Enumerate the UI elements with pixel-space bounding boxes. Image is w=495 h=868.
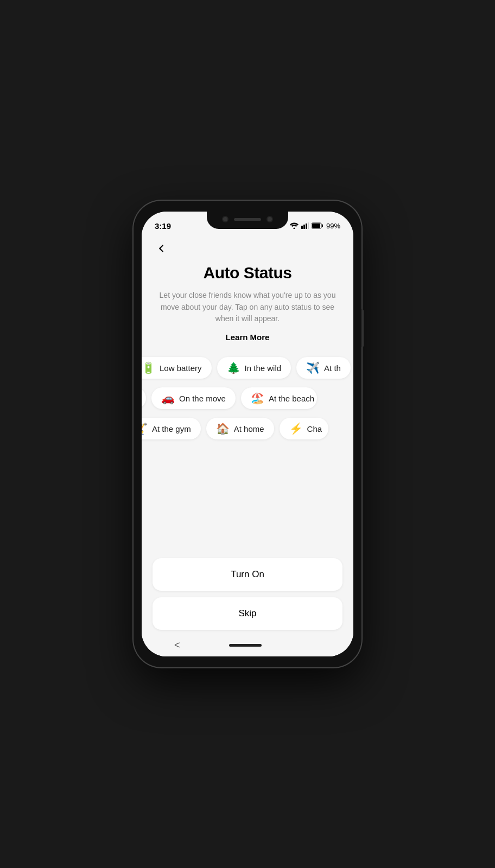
notch bbox=[207, 212, 288, 229]
in-the-wild-label: In the wild bbox=[245, 363, 282, 373]
battery-percentage: 99% bbox=[326, 222, 340, 230]
side-button bbox=[361, 309, 364, 347]
at-the-beach-label: At the beach bbox=[269, 394, 314, 403]
chip-charging[interactable]: ⚡ Cha bbox=[280, 418, 328, 439]
signal-icon bbox=[301, 222, 309, 229]
svg-rect-3 bbox=[306, 224, 307, 229]
at-the-beach-emoji: 🏖️ bbox=[251, 393, 264, 404]
home-pill[interactable] bbox=[229, 644, 262, 647]
in-the-wild-emoji: 🌲 bbox=[227, 362, 240, 373]
at-airport-label: At th bbox=[324, 363, 341, 373]
low-battery-label: Low battery bbox=[160, 363, 202, 373]
camera-right bbox=[266, 216, 273, 222]
page-subtitle: Let your close friends know what you're … bbox=[158, 290, 337, 325]
chip-at-the-airport[interactable]: ✈️ At th bbox=[296, 357, 351, 379]
back-button[interactable] bbox=[151, 239, 171, 258]
chips-row-2: 🟡 🚗 On the move 🏖️ At the beach bbox=[142, 383, 353, 413]
at-home-label: At home bbox=[234, 424, 264, 433]
chip-at-the-gym[interactable]: 🏋️ At the gym bbox=[142, 418, 201, 439]
battery-icon bbox=[312, 222, 323, 229]
chip-on-the-move[interactable]: 🚗 On the move bbox=[151, 387, 236, 409]
page-title: Auto Status bbox=[158, 264, 337, 282]
bottom-actions: Turn On Skip bbox=[142, 547, 353, 635]
chip-at-the-beach[interactable]: 🏖️ At the beach bbox=[241, 387, 317, 409]
learn-more-link[interactable]: Learn More bbox=[226, 333, 270, 342]
svg-point-0 bbox=[293, 228, 295, 229]
on-the-move-label: On the move bbox=[179, 394, 226, 403]
speaker bbox=[234, 218, 261, 221]
svg-rect-6 bbox=[312, 224, 320, 228]
title-section: Auto Status Let your close friends know … bbox=[142, 258, 353, 353]
content-area: Auto Status Let your close friends know … bbox=[142, 234, 353, 656]
on-the-move-emoji: 🚗 bbox=[161, 393, 175, 404]
phone-screen: 3:19 bbox=[142, 212, 353, 656]
chip-low-battery[interactable]: 🔋 Low battery bbox=[142, 357, 212, 379]
at-the-gym-label: At the gym bbox=[152, 424, 191, 433]
nav-back-button[interactable]: < bbox=[174, 640, 180, 651]
back-icon bbox=[155, 242, 167, 254]
phone-device: 3:19 bbox=[134, 201, 361, 667]
svg-rect-4 bbox=[308, 222, 309, 229]
svg-rect-2 bbox=[303, 225, 305, 229]
chips-row-3: 🏋️ At the gym 🏠 At home ⚡ Cha bbox=[142, 413, 353, 444]
chip-in-the-wild[interactable]: 🌲 In the wild bbox=[217, 357, 291, 379]
charging-emoji: ⚡ bbox=[289, 423, 303, 434]
turn-on-button[interactable]: Turn On bbox=[153, 558, 342, 591]
low-battery-emoji: 🔋 bbox=[142, 362, 155, 373]
chip-partial-left-2[interactable]: 🟡 bbox=[142, 387, 146, 409]
status-chips-section: 🔋 Low battery 🌲 In the wild ✈️ At th bbox=[142, 353, 353, 444]
svg-rect-7 bbox=[322, 225, 323, 227]
airplane-emoji: ✈️ bbox=[306, 362, 320, 373]
svg-rect-1 bbox=[301, 226, 303, 229]
chip-at-home[interactable]: 🏠 At home bbox=[206, 418, 274, 439]
charging-label: Cha bbox=[307, 424, 322, 433]
chips-row-1: 🔋 Low battery 🌲 In the wild ✈️ At th bbox=[142, 353, 353, 383]
wifi-icon bbox=[290, 222, 299, 229]
navigation-bar: < bbox=[142, 635, 353, 656]
status-icons: 99% bbox=[290, 222, 340, 230]
status-time: 3:19 bbox=[155, 221, 171, 231]
skip-button[interactable]: Skip bbox=[153, 597, 342, 630]
at-home-emoji: 🏠 bbox=[216, 423, 230, 434]
camera-left bbox=[222, 216, 229, 222]
at-the-gym-emoji: 🏋️ bbox=[142, 423, 148, 434]
